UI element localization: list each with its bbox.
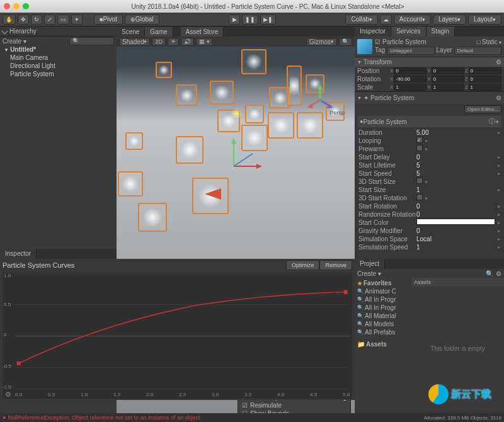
layout-dropdown[interactable]: Layout ▾ — [468, 14, 501, 25]
particle-system-component-header[interactable]: ✦ Particle System⚙ — [355, 91, 504, 104]
account-dropdown[interactable]: Account ▾ — [394, 14, 431, 25]
ps-module-header[interactable]: ● Particle Systemⓘ + — [357, 116, 501, 127]
gizmos-dropdown[interactable]: Gizmos ▾ — [306, 38, 337, 46]
ps-prop-value[interactable]: 0 — [416, 227, 495, 235]
rect-tool-button[interactable]: ▭ — [57, 14, 69, 25]
saved-search-item[interactable]: All Prefabs — [356, 328, 410, 336]
tab-staging[interactable]: Stagin — [427, 26, 455, 37]
rot-y-field[interactable]: 0 — [432, 76, 464, 83]
2d-toggle-button[interactable]: 2D — [152, 38, 166, 46]
tab-asset-store[interactable]: Asset Store — [181, 27, 224, 37]
rot-x-field[interactable]: -90.00 — [394, 76, 427, 83]
pos-y-field[interactable]: 0 — [432, 67, 464, 74]
project-create-button[interactable]: Create ▾ — [357, 270, 381, 277]
tab-project[interactable]: Project — [355, 259, 385, 269]
fx-toggle-button[interactable]: ▦ ▾ — [196, 38, 213, 46]
ps-prop-value[interactable]: 5.00 — [416, 128, 495, 137]
hand-tool-button[interactable]: ✋ — [3, 14, 16, 25]
saved-search-item[interactable]: All Material — [356, 312, 410, 320]
curve-path[interactable] — [3, 273, 352, 389]
ps-prop-checkbox[interactable] — [416, 145, 423, 151]
pause-button[interactable]: ❚❚ — [242, 14, 258, 25]
ps-prop-value[interactable]: 1 — [416, 186, 495, 194]
saved-search-item[interactable]: All In Progr — [356, 304, 410, 312]
tab-inspector[interactable]: Inspector — [355, 26, 391, 37]
resimulate-checkbox[interactable]: Resimulate — [250, 402, 346, 409]
active-checkbox[interactable]: ☑ — [375, 38, 381, 45]
open-editor-button[interactable]: Open Editor... — [464, 105, 501, 113]
global-toggle-button[interactable]: ⊕ Global — [125, 14, 159, 25]
layer-dropdown[interactable]: Default — [454, 47, 501, 55]
play-button[interactable]: ▶ — [229, 14, 240, 25]
close-window-button[interactable] — [4, 3, 10, 9]
transform-component-header[interactable]: Transform⚙ — [355, 57, 504, 67]
curve-settings-icon[interactable]: ⚙ — [5, 391, 11, 399]
tab-services[interactable]: Services — [391, 26, 426, 37]
hierarchy-item[interactable]: Directional Light — [0, 62, 117, 70]
scene-search-input[interactable]: 🔍 — [339, 38, 352, 46]
scale-tool-button[interactable]: ⤢ — [44, 14, 55, 25]
saved-search-item[interactable]: All Models — [356, 320, 410, 328]
draw-mode-dropdown[interactable]: Shaded ▾ — [119, 38, 150, 46]
camera-gizmo-icon[interactable] — [205, 188, 224, 200]
curve-editor[interactable]: 1.0 0.5 0 -0.5 -1.0 0.00.51.01.52.02.53.… — [3, 273, 352, 399]
component-menu-icon[interactable]: ⚙ — [496, 59, 501, 66]
ps-prop-value[interactable]: 0 — [416, 153, 495, 161]
static-checkbox[interactable]: Static — [482, 38, 498, 45]
transform-tool-button[interactable]: ✦ — [71, 14, 83, 25]
saved-search-item[interactable]: All In Progr — [356, 295, 410, 304]
pivot-toggle-button[interactable]: ■ Pivot — [94, 14, 123, 25]
assets-folder[interactable]: 📁 Assets — [356, 340, 410, 348]
hierarchy-search-input[interactable]: 🔍 — [69, 37, 114, 45]
remove-button[interactable]: Remove — [319, 260, 352, 270]
light-toggle-button[interactable]: ☀ — [168, 38, 179, 46]
ps-prop-checkbox[interactable] — [416, 194, 423, 200]
ps-prop-checkbox[interactable] — [416, 178, 423, 184]
console-error[interactable]: NullReferenceException: Object reference… — [0, 413, 355, 422]
scl-z-field[interactable]: 1 — [469, 84, 501, 91]
tab-scene[interactable]: Scene — [117, 27, 145, 37]
project-tree[interactable]: Favorites Animator CAll In ProgrAll In P… — [355, 278, 411, 411]
tag-dropdown[interactable]: Untagged — [387, 47, 434, 55]
optimize-button[interactable]: Optimize — [286, 260, 320, 270]
ps-prop-checkbox[interactable] — [416, 137, 423, 143]
minimize-window-button[interactable] — [13, 3, 20, 9]
tab-game[interactable]: Game — [145, 27, 173, 37]
scl-y-field[interactable]: 1 — [432, 84, 464, 91]
collab-dropdown[interactable]: Collab ▾ — [345, 14, 377, 25]
layers-dropdown[interactable]: Layers ▾ — [433, 14, 466, 25]
scene-root-item[interactable]: Untitled* — [0, 45, 117, 54]
hierarchy-header[interactable]: Hierarchy — [0, 26, 117, 37]
component-menu-icon[interactable]: ⚙ — [496, 94, 501, 101]
ps-prop-value[interactable]: 5 — [416, 169, 495, 178]
help-icon[interactable]: ⓘ — [489, 117, 495, 126]
favorites-folder[interactable]: Favorites — [356, 279, 410, 287]
gameobject-icon[interactable] — [357, 39, 372, 54]
tab-inspector-lower[interactable]: Inspector — [0, 249, 37, 259]
scl-x-field[interactable]: 1 — [394, 84, 427, 91]
hierarchy-item[interactable]: Main Camera — [0, 54, 117, 62]
cloud-button[interactable]: ☁ — [380, 14, 392, 25]
hierarchy-create-button[interactable]: Create ▾ — [3, 38, 26, 45]
ps-color-field[interactable] — [416, 219, 495, 225]
step-button[interactable]: ▶❚ — [260, 14, 276, 25]
ps-prop-value[interactable]: 5 — [416, 161, 495, 169]
maximize-window-button[interactable] — [23, 3, 29, 9]
audio-toggle-button[interactable]: 🔊 — [181, 38, 194, 46]
light-gizmo-icon[interactable]: ☀ — [231, 107, 241, 121]
gameobject-name-field[interactable]: Particle System — [382, 38, 426, 45]
pos-z-field[interactable]: 0 — [469, 67, 501, 74]
hierarchy-item[interactable]: Particle System — [0, 70, 117, 78]
ps-prop-value[interactable]: 0 — [416, 210, 495, 219]
move-tool-button[interactable]: ✥ — [18, 14, 29, 25]
project-breadcrumb[interactable]: Assets — [411, 278, 504, 287]
ps-prop-value[interactable]: 1 — [416, 243, 495, 251]
ps-prop-value[interactable]: 0 — [416, 202, 495, 210]
pos-x-field[interactable]: 0 — [394, 67, 427, 74]
transform-handle[interactable] — [227, 135, 265, 173]
rot-z-field[interactable]: 0 — [469, 76, 501, 83]
add-icon[interactable]: + — [495, 118, 499, 125]
saved-search-item[interactable]: Animator C — [356, 287, 410, 295]
ps-prop-value[interactable]: Local — [416, 235, 495, 243]
rotate-tool-button[interactable]: ↻ — [31, 14, 42, 25]
